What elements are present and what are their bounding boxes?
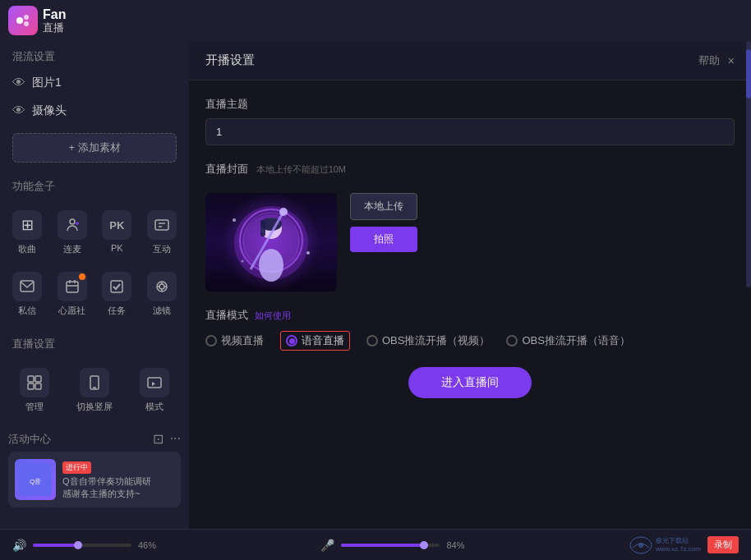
func-task[interactable]: 任务 (98, 267, 136, 322)
svg-rect-15 (28, 376, 34, 382)
message-icon (12, 272, 42, 301)
cover-image-inner (205, 193, 337, 291)
photo-button[interactable]: 拍照 (350, 227, 417, 252)
mode-obs-video[interactable]: OBS推流开播（视频） (366, 331, 490, 351)
activity-description: 感谢各主播的支持~ (62, 488, 151, 500)
sidebar-item-camera[interactable]: 👁 摄像头 (0, 97, 189, 125)
mode-video-label: 视频直播 (221, 333, 264, 348)
svg-rect-30 (260, 220, 265, 236)
radio-group: 视频直播 语音直播 OBS推流开播（视频） OBS推流开播（语音） (205, 331, 735, 351)
main-content: 开播设置 帮助 × 直播主题 直播封面 本地上传不能超过10M (189, 41, 751, 529)
activity-info: 进行中 Q音自带伴奏功能调研 感谢各主播的支持~ (62, 458, 151, 501)
watermark-text: 极光下载站 www.xz.7z.com (656, 537, 701, 553)
func-filter-label: 滤镜 (153, 305, 171, 317)
cover-sub-label: 本地上传不能超过10M (256, 164, 346, 174)
function-box-title: 功能盒子 (0, 171, 189, 199)
svg-point-27 (259, 249, 283, 282)
mic-slider[interactable] (341, 544, 440, 547)
sidebar-item-image[interactable]: 👁 图片1 (0, 69, 189, 97)
live-manage[interactable]: 管理 (8, 363, 62, 418)
svg-point-2 (24, 21, 29, 26)
svg-rect-17 (28, 383, 34, 389)
mode-video-radio[interactable] (205, 335, 217, 347)
mode-video[interactable]: 视频直播 (205, 331, 264, 351)
activity-section: 活动中心 ⊡ ··· Q音 进行中 Q音自带伴奏功能调研 感谢各主播的 (0, 425, 189, 514)
svg-point-32 (279, 208, 288, 216)
cover-character-svg (218, 195, 325, 290)
svg-rect-9 (21, 281, 34, 291)
cover-section: 本地上传 拍照 (205, 193, 735, 291)
mode-obs-video-radio[interactable] (366, 335, 378, 347)
main-layout: 混流设置 👁 图片1 👁 摄像头 + 添加素材 功能盒子 ⊞ 歌曲 (0, 41, 751, 529)
mode-obs-voice[interactable]: OBS推流开播（语音） (506, 331, 629, 351)
svg-rect-12 (111, 281, 122, 292)
func-wishclub[interactable]: 心愿社 (53, 267, 92, 322)
upload-button[interactable]: 本地上传 (350, 193, 417, 220)
activity-expand-icon[interactable]: ⊡ (153, 431, 164, 447)
live-mode[interactable]: 模式 (127, 363, 181, 418)
func-interact[interactable]: 互动 (143, 205, 182, 260)
close-button[interactable]: × (728, 54, 735, 67)
record-button[interactable]: 录制 (707, 536, 739, 553)
mode-label-row: 直播模式 如何使用 (205, 308, 735, 323)
volume-fill (33, 544, 78, 547)
func-pk[interactable]: PK PK (98, 205, 136, 260)
watermark-logo (629, 536, 652, 554)
svg-point-34 (306, 251, 310, 255)
scrollbar-thumb[interactable] (746, 49, 751, 99)
func-task-label: 任务 (108, 305, 126, 317)
activity-badge: 进行中 (62, 461, 91, 474)
app-logo: Fan 直播 (8, 6, 66, 35)
cover-section-title: 直播封面 本地上传不能超过10M (205, 162, 735, 177)
mic-fill (341, 544, 424, 547)
volume-slider[interactable] (33, 544, 131, 547)
func-pk-label: PK (111, 243, 123, 253)
svg-rect-18 (35, 383, 41, 389)
portrait-icon (80, 368, 109, 397)
mic-section: 🎤 84% (320, 539, 619, 552)
svg-rect-16 (35, 376, 41, 382)
live-portrait[interactable]: 切换竖屏 (68, 363, 122, 418)
activity-title: Q音自带伴奏功能调研 (62, 475, 151, 488)
task-icon (102, 272, 131, 301)
connect-icon (58, 210, 87, 240)
activity-more-icon[interactable]: ··· (170, 431, 181, 447)
svg-rect-20 (148, 378, 161, 388)
cover-image (205, 193, 337, 291)
cover-actions: 本地上传 拍照 (350, 193, 417, 252)
interact-icon (147, 210, 177, 240)
mic-icon: 🎤 (320, 539, 334, 552)
func-message[interactable]: 私信 (8, 267, 47, 322)
stream-theme-input[interactable] (205, 118, 735, 145)
svg-point-0 (16, 17, 23, 24)
mode-voice-label: 语音直播 (302, 333, 344, 348)
svg-text:Q音: Q音 (30, 478, 41, 485)
add-material-button[interactable]: + 添加素材 (12, 133, 177, 163)
mic-percentage: 84% (446, 540, 469, 550)
content-header: 开播设置 帮助 × (189, 41, 751, 80)
top-bar: Fan 直播 (0, 0, 751, 41)
mode-how-link[interactable]: 如何使用 (255, 310, 291, 322)
volume-section: 🔊 46% (12, 539, 311, 552)
content-body: 直播主题 直播封面 本地上传不能超过10M (189, 80, 751, 529)
activity-actions: ⊡ ··· (153, 431, 181, 447)
pk-icon: PK (102, 210, 131, 240)
mode-voice[interactable]: 语音直播 (280, 331, 350, 351)
activity-card[interactable]: Q音 进行中 Q音自带伴奏功能调研 感谢各主播的支持~ (8, 452, 181, 507)
func-song[interactable]: ⊞ 歌曲 (8, 205, 47, 260)
svg-point-33 (233, 218, 236, 222)
live-portrait-label: 切换竖屏 (76, 401, 113, 413)
activity-thumb: Q音 (15, 459, 56, 500)
mode-voice-radio[interactable] (286, 335, 297, 347)
mode-obs-voice-radio[interactable] (506, 335, 518, 347)
volume-percentage: 46% (138, 540, 161, 550)
func-connect[interactable]: 连麦 (53, 205, 92, 260)
stream-theme-label: 直播主题 (205, 97, 735, 112)
sidebar-image-label: 图片1 (32, 76, 62, 90)
enter-live-button[interactable]: 进入直播间 (408, 367, 532, 398)
help-link[interactable]: 帮助 (698, 53, 720, 68)
func-filter[interactable]: 滤镜 (143, 267, 182, 322)
app-title: Fan 直播 (43, 7, 66, 34)
right-actions: 极光下载站 www.xz.7z.com 录制 (629, 536, 739, 554)
cover-label: 直播封面 本地上传不能超过10M (205, 162, 735, 177)
